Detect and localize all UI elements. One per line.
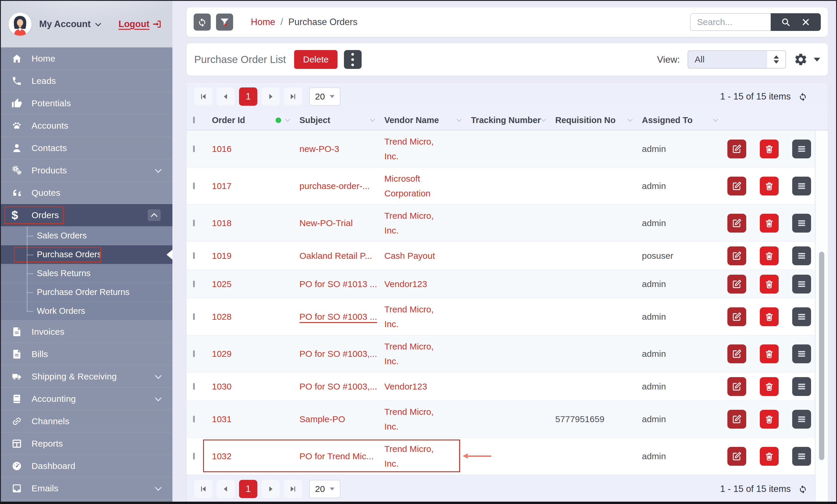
page-size-select[interactable]: 20 (309, 480, 340, 498)
sidebar-subitem-work-orders[interactable]: Work Orders (1, 302, 173, 321)
vendor-link[interactable]: Trend Micro, Inc. (384, 302, 445, 331)
delete-record-button[interactable] (760, 275, 779, 294)
vendor-link[interactable]: Vendor123 (384, 379, 427, 394)
row-menu-button[interactable] (792, 377, 811, 396)
sidebar-subitem-sales-orders[interactable]: Sales Orders (1, 226, 173, 245)
order-id-link[interactable]: 1032 (212, 451, 232, 461)
breadcrumb-home[interactable]: Home (251, 17, 275, 27)
vendor-link[interactable]: Trend Micro, Inc. (384, 208, 445, 238)
delete-record-button[interactable] (760, 344, 779, 363)
search-input[interactable] (690, 13, 771, 31)
row-menu-button[interactable] (792, 139, 811, 158)
subject-link[interactable]: new-PO-3 (299, 144, 339, 154)
select-all-checkbox[interactable] (193, 116, 195, 123)
row-checkbox[interactable] (193, 383, 195, 390)
delete-record-button[interactable] (760, 214, 779, 232)
vendor-link[interactable]: Vendor123 (384, 277, 427, 292)
search-icon[interactable] (781, 17, 791, 27)
column-header-tracking-number[interactable]: Tracking Number (471, 115, 555, 125)
subject-link[interactable]: PO for Trend Mic... (299, 451, 374, 461)
subject-link[interactable]: Oakland Retail P... (299, 251, 372, 261)
last-page-button[interactable] (284, 480, 302, 498)
subject-link[interactable]: PO for SO #1003,... (299, 381, 377, 391)
refresh-icon[interactable] (798, 484, 808, 494)
delete-record-button[interactable] (760, 307, 779, 326)
my-account-menu[interactable]: My Account (39, 19, 100, 30)
delete-record-button[interactable] (760, 176, 779, 195)
column-header-order-id[interactable]: Order Id (212, 115, 299, 125)
row-checkbox[interactable] (193, 453, 195, 460)
edit-record-button[interactable] (727, 377, 746, 396)
previous-page-button[interactable] (217, 88, 235, 106)
row-checkbox[interactable] (193, 416, 195, 423)
order-id-link[interactable]: 1029 (212, 349, 232, 359)
sidebar-item-products[interactable]: Products (1, 159, 173, 182)
row-menu-button[interactable] (792, 447, 811, 466)
vendor-link[interactable]: Trend Micro, Inc. (384, 134, 445, 163)
clear-search-icon[interactable] (801, 17, 811, 27)
edit-record-button[interactable] (727, 139, 746, 158)
row-menu-button[interactable] (792, 176, 811, 195)
first-page-button[interactable] (194, 88, 213, 106)
sidebar-item-contacts[interactable]: Contacts (1, 137, 173, 159)
order-id-link[interactable]: 1025 (212, 279, 232, 289)
order-id-link[interactable]: 1031 (212, 414, 232, 424)
page-size-select[interactable]: 20 (309, 88, 340, 106)
order-id-link[interactable]: 1028 (212, 312, 232, 321)
sidebar-item-accounting[interactable]: Accounting (1, 388, 173, 410)
row-menu-button[interactable] (792, 214, 811, 232)
subject-link[interactable]: New-PO-Trial (299, 218, 353, 228)
sidebar-item-reports[interactable]: Reports (1, 432, 173, 455)
vendor-link[interactable]: Microsoft Corporation (384, 171, 445, 201)
sidebar-subitem-sales-returns[interactable]: Sales Returns (1, 264, 173, 283)
order-id-link[interactable]: 1018 (212, 218, 232, 228)
logout-link[interactable]: Logout (119, 19, 162, 30)
sidebar-item-quotes[interactable]: Quotes (1, 182, 173, 204)
row-checkbox[interactable] (193, 313, 195, 320)
settings-button[interactable] (794, 52, 820, 67)
last-page-button[interactable] (284, 88, 302, 106)
edit-record-button[interactable] (727, 275, 746, 294)
column-header-requisition-no[interactable]: Requisition No (555, 115, 642, 125)
sidebar-item-accounts[interactable]: Accounts (1, 114, 173, 137)
subject-link[interactable]: purchase-order-... (299, 181, 370, 191)
sidebar-subitem-purchase-order-returns[interactable]: Purchase Order Returns (1, 283, 173, 302)
scrollbar-thumb[interactable] (819, 252, 824, 460)
delete-record-button[interactable] (760, 139, 779, 158)
order-id-link[interactable]: 1030 (212, 381, 232, 391)
current-page-button[interactable]: 1 (239, 88, 257, 106)
vendor-link[interactable]: Cash Payout (384, 248, 435, 263)
order-id-link[interactable]: 1016 (212, 144, 232, 154)
clear-filter-button[interactable] (216, 14, 233, 31)
next-page-button[interactable] (262, 88, 280, 106)
order-id-link[interactable]: 1017 (212, 181, 232, 191)
avatar[interactable] (8, 13, 32, 36)
sidebar-item-home[interactable]: Home (1, 48, 173, 70)
previous-page-button[interactable] (217, 480, 235, 498)
more-actions-button[interactable] (344, 50, 362, 69)
column-header-assigned-to[interactable]: Assigned To (642, 115, 727, 125)
row-checkbox[interactable] (193, 350, 195, 357)
row-checkbox[interactable] (193, 220, 195, 226)
vendor-link[interactable]: Trend Micro, Inc. (384, 442, 445, 471)
edit-record-button[interactable] (727, 307, 746, 326)
sidebar-item-invoices[interactable]: Invoices (1, 321, 173, 343)
delete-record-button[interactable] (760, 447, 779, 466)
row-menu-button[interactable] (792, 307, 811, 326)
sidebar-item-shipping-receiving[interactable]: Shipping & Receiving (1, 365, 173, 388)
row-checkbox[interactable] (193, 145, 195, 152)
column-header-subject[interactable]: Subject (299, 115, 384, 125)
edit-record-button[interactable] (727, 344, 746, 363)
sidebar-item-channels[interactable]: Channels (1, 410, 173, 432)
refresh-button[interactable] (194, 14, 211, 31)
delete-record-button[interactable] (760, 377, 779, 396)
refresh-icon[interactable] (798, 92, 808, 101)
column-header-vendor-name[interactable]: Vendor Name (384, 115, 471, 125)
edit-record-button[interactable] (727, 176, 746, 195)
first-page-button[interactable] (194, 480, 213, 498)
view-select[interactable]: All (688, 50, 786, 69)
sidebar-item-emails[interactable]: Emails (1, 477, 173, 500)
row-checkbox[interactable] (193, 281, 195, 287)
sidebar-item-orders[interactable]: $Orders (1, 204, 173, 226)
sidebar-subitem-purchase-orders[interactable]: Purchase Orders (1, 245, 173, 264)
